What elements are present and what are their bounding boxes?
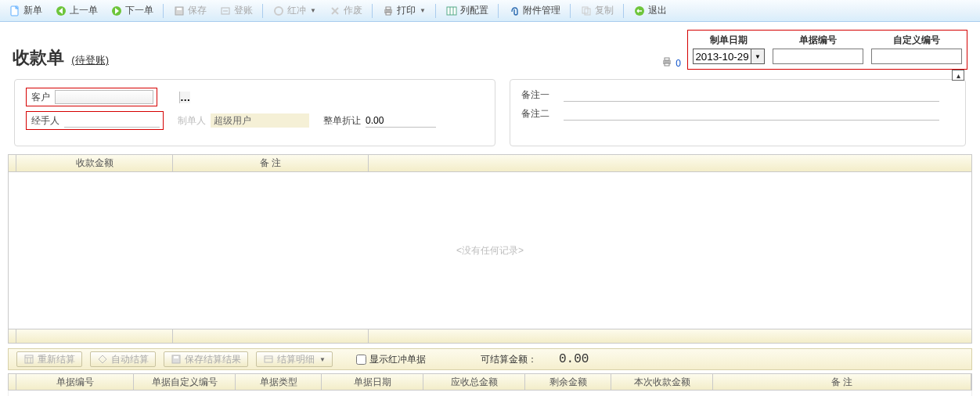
svg-rect-16 <box>665 63 669 66</box>
page-title-wrap: 收款单 (待登账) <box>13 46 109 70</box>
new-doc-label: 新单 <box>23 4 42 17</box>
red-label: 红冲 <box>287 4 306 17</box>
remark2-input[interactable] <box>564 106 939 121</box>
prev-doc-button[interactable]: 上一单 <box>49 2 103 20</box>
date-picker-button[interactable]: ▼ <box>751 49 765 64</box>
recalc-label: 重新结算 <box>38 353 75 366</box>
header-info-box: 制单日期 ▼ 单据编号 自定义编号 <box>687 30 967 70</box>
colcfg-button[interactable]: 列配置 <box>440 2 494 20</box>
toolbar-separator <box>570 4 571 18</box>
save-button[interactable]: 保存 <box>168 2 212 20</box>
svg-rect-8 <box>386 7 391 9</box>
paperclip-icon <box>508 5 521 17</box>
svg-rect-9 <box>386 13 391 15</box>
available-amount-value: 0.00 <box>559 352 589 366</box>
show-red-checkbox-wrap[interactable]: 显示红冲单据 <box>356 353 426 366</box>
grid-footer-remark <box>173 329 369 343</box>
docno-input[interactable] <box>773 49 863 64</box>
discount-input[interactable] <box>366 113 436 128</box>
date-label: 制单日期 <box>710 34 748 47</box>
docno-label: 单据编号 <box>799 34 837 47</box>
settlement-grid-header: 单据编号 单据自定义编号 单据类型 单据日期 应收总金额 剩余金额 本次收款金额… <box>8 373 972 391</box>
copy-button[interactable]: 复制 <box>575 2 619 20</box>
arrow-right-icon <box>110 5 123 17</box>
toolbar-separator <box>498 4 499 18</box>
auto-settle-icon <box>97 354 108 365</box>
dropdown-icon: ▼ <box>420 7 426 14</box>
maker-label: 制单人 <box>178 114 206 128</box>
copy-label: 复制 <box>595 4 614 17</box>
date-input[interactable] <box>693 49 751 64</box>
post-button[interactable]: 登账 <box>214 2 258 20</box>
settle-detail-button[interactable]: 结算明细 ▼ <box>256 351 333 367</box>
toolbar-separator <box>262 4 263 18</box>
grid-footer-amount <box>16 329 173 343</box>
customer-input[interactable] <box>56 92 179 103</box>
copy-icon <box>580 5 593 17</box>
handler-label: 经手人 <box>31 114 59 128</box>
exit-label: 退出 <box>648 4 667 17</box>
settlement-grid-body <box>8 391 972 396</box>
show-red-checkbox[interactable] <box>356 355 366 365</box>
exit-icon <box>633 5 646 17</box>
new-doc-button[interactable]: 新单 <box>3 2 48 20</box>
right-form-panel: 备注一 备注二 <box>510 79 966 146</box>
lgrid-col-doctype[interactable]: 单据类型 <box>236 374 322 390</box>
svg-point-6 <box>275 7 283 15</box>
lgrid-col-custno[interactable]: 单据自定义编号 <box>134 374 236 390</box>
printer-icon <box>661 56 672 70</box>
handler-input[interactable] <box>64 113 160 128</box>
colcfg-label: 列配置 <box>460 4 488 17</box>
post-label: 登账 <box>234 4 253 17</box>
remark1-input[interactable] <box>564 88 939 102</box>
customer-lookup-button[interactable]: … <box>179 92 190 103</box>
dropdown-icon: ▼ <box>319 356 326 363</box>
exit-button[interactable]: 退出 <box>628 2 672 20</box>
grid-footer-selector <box>9 329 16 343</box>
lgrid-col-remain[interactable]: 剩余金额 <box>525 374 611 390</box>
svg-rect-20 <box>265 356 272 362</box>
recalc-button[interactable]: 重新结算 <box>16 351 82 367</box>
left-form-panel: 客户 … 经手人 制单人 超级用户 整单折让 <box>14 79 495 146</box>
lgrid-col-docdate[interactable]: 单据日期 <box>322 374 423 390</box>
settlement-action-bar: 重新结算 自动结算 保存结算结果 结算明细 ▼ 显示红冲单据 可结算金额： 0.… <box>8 348 972 370</box>
red-cancel-icon <box>272 5 285 17</box>
grid-col-amount[interactable]: 收款金额 <box>16 155 173 171</box>
chevron-up-icon: ▴ <box>957 71 960 80</box>
void-button[interactable]: 作废 <box>323 2 368 20</box>
void-label: 作废 <box>344 4 362 17</box>
lgrid-col-thispay[interactable]: 本次收款金额 <box>611 374 713 390</box>
lgrid-col-docno[interactable]: 单据编号 <box>16 374 134 390</box>
arrow-left-icon <box>55 5 67 17</box>
dropdown-icon: ▼ <box>310 7 316 14</box>
attach-button[interactable]: 附件管理 <box>503 2 566 20</box>
mini-print-count: 0 <box>676 58 681 69</box>
column-config-icon <box>445 5 458 17</box>
collapse-header-button[interactable]: ▴ <box>952 70 964 81</box>
svg-rect-17 <box>25 355 33 363</box>
recalc-icon <box>23 354 34 365</box>
toolbar-separator <box>372 4 373 18</box>
grid-col-remark[interactable]: 备 注 <box>173 155 369 171</box>
lgrid-col-remark[interactable]: 备 注 <box>713 374 971 390</box>
mini-print[interactable]: 0 <box>661 56 681 70</box>
save-label: 保存 <box>188 4 207 17</box>
save-icon <box>173 5 186 17</box>
svg-rect-19 <box>174 356 178 358</box>
discount-label: 整单折让 <box>323 114 361 128</box>
next-doc-button[interactable]: 下一单 <box>105 2 159 20</box>
save-result-button[interactable]: 保存结算结果 <box>164 351 248 367</box>
settle-detail-label: 结算明细 <box>277 353 315 366</box>
auto-settle-button[interactable]: 自动结算 <box>90 351 156 367</box>
next-doc-label: 下一单 <box>125 4 153 17</box>
printer-icon <box>382 5 395 17</box>
print-button[interactable]: 打印 ▼ <box>377 2 431 20</box>
available-amount-label: 可结算金额： <box>481 353 537 366</box>
grid-empty-text: <没有任何记录> <box>456 244 524 257</box>
custno-input[interactable] <box>871 49 962 64</box>
red-button[interactable]: 红冲 ▼ <box>267 2 322 20</box>
save-icon <box>171 354 182 365</box>
page-title: 收款单 <box>13 48 64 67</box>
lgrid-col-receivable[interactable]: 应收总金额 <box>423 374 525 390</box>
page-status: (待登账) <box>71 54 109 66</box>
